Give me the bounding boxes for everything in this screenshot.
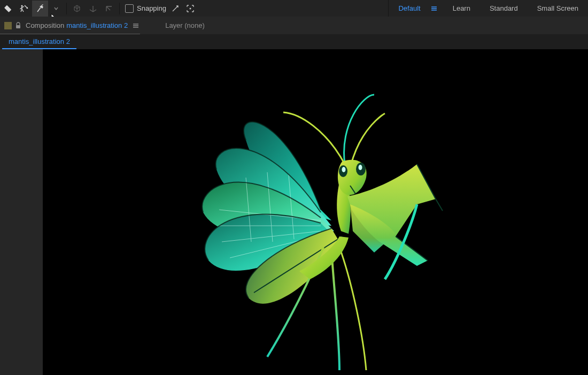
svg-rect-4 [16, 25, 20, 28]
svg-point-3 [189, 7, 191, 9]
tool-dropdown-button[interactable] [48, 1, 64, 17]
snap-inside-button[interactable] [184, 1, 196, 17]
workspace-standard[interactable]: Standard [480, 0, 528, 17]
axis-cube-icon [72, 4, 82, 13]
puppet-overlap-tool-button[interactable] [32, 1, 48, 17]
tab-label: mantis_illustration 2 [9, 37, 70, 45]
composition-tab-row: mantis_illustration 2 [0, 34, 588, 49]
svg-point-7 [342, 167, 346, 172]
left-gutter [0, 49, 43, 375]
tab-mantis-illustration-2[interactable]: mantis_illustration 2 [2, 34, 76, 49]
composition-canvas[interactable] [43, 49, 588, 375]
snap-inside-icon [186, 4, 195, 13]
workspace-learn[interactable]: Learn [443, 0, 480, 17]
svg-rect-0 [4, 5, 11, 12]
chevron-down-icon [53, 4, 59, 13]
workspace-learn-label: Learn [453, 4, 470, 12]
main-area [0, 49, 588, 375]
workspace-standard-label: Standard [490, 4, 518, 12]
snapping-label: Snapping [137, 4, 166, 12]
lock-icon[interactable] [15, 22, 21, 29]
svg-point-1 [21, 5, 22, 6]
workspace-default-label: Default [398, 4, 420, 12]
workspace-default[interactable]: Default [389, 0, 430, 18]
eraser-icon [3, 4, 13, 13]
snapping-checkbox[interactable] [125, 4, 134, 13]
svg-point-8 [359, 165, 362, 170]
layer-indicator[interactable]: Layer (none) [165, 21, 205, 29]
menu-icon [132, 22, 140, 29]
composition-name-link[interactable]: mantis_illustration 2 [66, 21, 128, 29]
mantis-illustration [43, 49, 588, 375]
snap-edges-button[interactable] [169, 1, 181, 17]
workspace-small-screen-label: Small Screen [537, 4, 578, 12]
menu-icon [430, 5, 438, 12]
axis-3d-icon [88, 4, 98, 13]
pin-hammer-icon [35, 4, 45, 13]
composition-color-chip [4, 22, 12, 29]
axis-view-icon [104, 4, 114, 13]
top-toolbar: Snapping Default Learn Standard [0, 0, 588, 17]
panel-menu-button[interactable] [132, 22, 140, 29]
toolbar-separator-2 [119, 3, 120, 14]
world-axis-button[interactable] [85, 1, 101, 17]
snap-edges-icon [171, 4, 180, 13]
workspace-small-screen[interactable]: Small Screen [528, 0, 588, 17]
view-axis-button[interactable] [101, 1, 117, 17]
snapping-group: Snapping [125, 1, 196, 17]
eraser-tool-button[interactable] [0, 1, 16, 17]
toolbar-separator-1 [66, 3, 67, 14]
workspace-menu-button[interactable] [430, 0, 443, 17]
workspace-switcher: Default Learn Standard Small Screen [388, 0, 588, 17]
composition-label: Composition [26, 21, 64, 29]
puppet-pin-tool-button[interactable] [16, 1, 32, 17]
local-axis-button[interactable] [69, 1, 85, 17]
puppet-pin-icon [19, 4, 29, 13]
composition-panel-header: Composition mantis_illustration 2 Layer … [0, 17, 588, 35]
